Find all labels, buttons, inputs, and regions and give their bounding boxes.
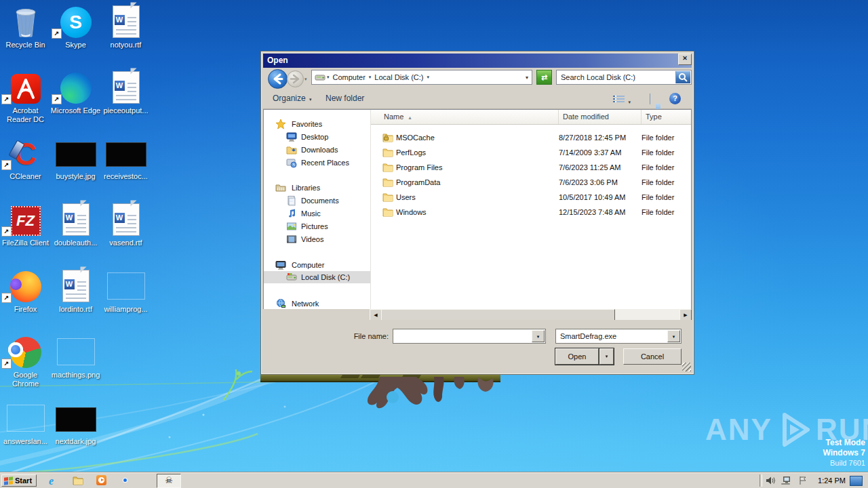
internet-explorer-icon[interactable]: e (49, 475, 60, 486)
sidebar-item-favorites[interactable]: Favorites (264, 118, 370, 130)
back-button[interactable] (268, 69, 288, 89)
file-type-dropdown-button[interactable]: ▾ (667, 330, 680, 342)
desktop-icon-pieceoutput[interactable]: W pieceoutput... (100, 70, 151, 115)
dropdown-icon: ▾ (537, 334, 540, 339)
desktop-icon-macthings[interactable]: macthings.png (50, 334, 101, 380)
breadcrumb-local-disk[interactable]: Local Disk (C:) (374, 73, 423, 81)
desktop-icon-receivestoc[interactable]: receivestoc... (100, 136, 151, 181)
views-button[interactable]: ▾ (613, 94, 632, 106)
sidebar-item-local-disk-c[interactable]: Local Disk (C:) (264, 271, 370, 283)
tray-separator (760, 474, 762, 487)
desktop-icon-edge[interactable]: ↗ Microsoft Edge (50, 70, 101, 115)
forward-button[interactable] (287, 70, 304, 87)
local-disk-icon (286, 272, 297, 283)
chrome-taskbar-icon[interactable] (120, 475, 131, 486)
column-header-type[interactable]: Type (642, 110, 694, 124)
desktop-icon (286, 131, 297, 142)
recent-pages-dropdown[interactable]: ▾ (304, 77, 307, 82)
horizontal-scrollbar[interactable]: ◀ ▶ (370, 309, 692, 320)
file-row-programdata[interactable]: ProgramData 7/6/2023 3:06 PM File folder (371, 175, 691, 190)
desktop-icon-nextdark[interactable]: nextdark.jpg (50, 401, 101, 446)
desktop-icon-notyou-rtf[interactable]: W notyou.rtf (100, 4, 151, 49)
help-button[interactable]: ? (669, 93, 681, 104)
sidebar-item-downloads[interactable]: Downloads (264, 144, 370, 156)
dialog-titlebar[interactable]: Open (263, 54, 692, 68)
desktop-icon-vasend[interactable]: W vasend.rtf (100, 202, 151, 247)
windows-explorer-icon[interactable] (73, 475, 83, 486)
sidebar-item-documents[interactable]: Documents (264, 195, 370, 207)
breadcrumb-computer[interactable]: Computer (333, 73, 366, 81)
file-name-dropdown-button[interactable]: ▾ (532, 330, 545, 342)
volume-icon[interactable] (766, 476, 775, 485)
file-row-users[interactable]: Users 10/5/2017 10:49 AM File folder (371, 190, 691, 205)
sidebar-item-desktop[interactable]: Desktop (264, 131, 370, 143)
file-name-combo[interactable]: ▾ (393, 329, 546, 344)
sidebar-item-recent-places[interactable]: Recent Places (264, 157, 370, 169)
search-box[interactable]: Search Local Disk (C:) (556, 70, 692, 85)
open-split-dropdown[interactable]: ▾ (599, 348, 614, 365)
new-folder-button[interactable]: New folder (326, 94, 364, 103)
crumb-dropdown-icon[interactable]: ▾ (427, 75, 429, 80)
scroll-right-icon: ▶ (684, 312, 687, 317)
desktop-icon-ccleaner[interactable]: C ↗ CCleaner (0, 136, 51, 181)
close-button[interactable]: ✕ (678, 54, 692, 65)
test-mode-line: Test Mode (823, 438, 865, 448)
edge-taskbar-icon[interactable] (144, 475, 155, 486)
file-row-perflogs[interactable]: PerfLogs 7/14/2009 3:37 AM File folder (371, 145, 691, 160)
desktop-icon-firefox[interactable]: ↗ Firefox (0, 268, 51, 314)
desktop-icon-acrobat[interactable]: ↗ Acrobat Reader DC (0, 70, 51, 124)
column-header-name[interactable]: Name ▴ (371, 110, 559, 124)
running-sample-task-button[interactable]: ☠ (157, 474, 181, 488)
sidebar-item-network[interactable]: Network (264, 298, 370, 309)
sidebar-item-videos[interactable]: Videos (264, 233, 370, 245)
background-window-artwork (359, 377, 515, 419)
desktop-icon-skype[interactable]: S ↗ Skype (50, 4, 101, 49)
network-icon (275, 298, 286, 309)
action-center-flag-icon[interactable] (799, 476, 807, 485)
crumb-dropdown-icon[interactable]: ▾ (327, 75, 330, 80)
file-type-combo[interactable]: SmartDefrag.exe ▾ (555, 329, 682, 344)
word-document-icon: W (62, 270, 90, 302)
folder-icon (382, 192, 393, 201)
close-icon: ✕ (682, 55, 688, 62)
sidebar-item-libraries[interactable]: Libraries (264, 182, 370, 194)
edge-icon (60, 73, 92, 104)
desktop-icon-doubleauth[interactable]: W doubleauth... (50, 202, 101, 247)
desktop-icon-answerslan[interactable]: answerslan... (0, 401, 51, 446)
folder-icon (382, 147, 393, 157)
desktop-icon-lordinto[interactable]: W lordinto.rtf (50, 268, 101, 314)
search-placeholder: Search Local Disk (C:) (561, 73, 635, 81)
resize-grip[interactable] (682, 363, 691, 371)
file-name-input[interactable] (395, 331, 532, 342)
search-button[interactable] (675, 71, 690, 83)
organize-menu[interactable]: Organize ▾ (273, 94, 313, 103)
address-bar[interactable]: ▾ Computer ▾ Local Disk (C:) ▾ ▾ (311, 70, 532, 85)
sidebar-item-computer[interactable]: Computer (264, 259, 370, 271)
show-desktop-button[interactable] (850, 476, 863, 486)
dialog-title: Open (267, 56, 288, 65)
address-history-dropdown-icon[interactable]: ▾ (526, 75, 528, 81)
folder-locked-icon (382, 132, 393, 142)
file-row-windows[interactable]: Windows 12/15/2023 7:48 AM File folder (371, 205, 691, 220)
desktop-icon-chrome[interactable]: ↗ Google Chrome (0, 334, 51, 388)
taskbar-clock[interactable]: 1:24 PM (818, 473, 846, 488)
sidebar-item-pictures[interactable]: Pictures (264, 220, 370, 232)
column-header-date-modified[interactable]: Date modified (559, 110, 642, 124)
refresh-button[interactable]: ⇄ (536, 70, 552, 85)
network-icon[interactable] (781, 476, 791, 485)
file-row-msocache[interactable]: MSOCache 8/27/2018 12:45 PM File folder (371, 130, 691, 145)
word-document-icon: W (113, 71, 140, 104)
cancel-button[interactable]: Cancel (623, 348, 682, 365)
desktop-icon-recycle-bin[interactable]: Recycle Bin (0, 4, 51, 49)
media-player-icon[interactable] (96, 475, 107, 486)
desktop-icon-filezilla[interactable]: FZ ↗ FileZilla Client (0, 202, 51, 247)
open-button[interactable]: Open (555, 348, 599, 365)
image-thumbnail-icon (56, 142, 96, 167)
sidebar-item-music[interactable]: Music (264, 207, 370, 220)
desktop-icon-williamprog[interactable]: williamprog... (100, 268, 151, 314)
scroll-left-icon: ◀ (374, 312, 377, 317)
crumb-dropdown-icon[interactable]: ▾ (369, 75, 372, 80)
file-row-program-files[interactable]: Program Files 7/6/2023 11:25 AM File fol… (371, 160, 691, 175)
start-button[interactable]: Start (1, 474, 37, 487)
desktop-icon-buystyle[interactable]: buystyle.jpg (50, 136, 101, 181)
